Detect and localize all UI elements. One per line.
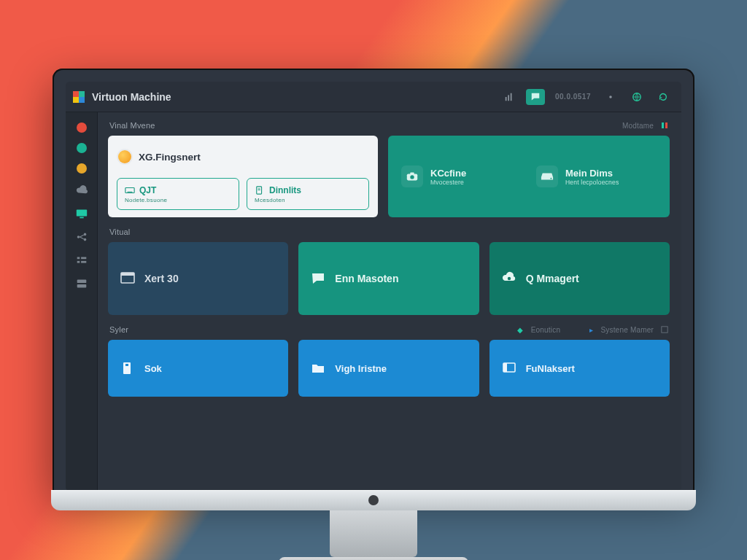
- svg-point-16: [78, 281, 80, 282]
- svg-rect-0: [506, 97, 507, 101]
- monitor-icon[interactable]: [74, 207, 90, 220]
- tile-instance[interactable]: Vigh Iristne: [298, 340, 479, 397]
- section-label: Systene Mamer: [600, 326, 654, 334]
- svg-rect-11: [81, 257, 86, 260]
- main-panel: Vinal Mvene Modtame XG.Fingsnert: [98, 112, 681, 491]
- section-label: Vitual: [109, 228, 131, 236]
- section-header-top: Vinal Mvene Modtame: [109, 121, 668, 130]
- tile-emulation[interactable]: Enn Masoten: [298, 242, 479, 315]
- globe-icon[interactable]: [627, 89, 646, 105]
- svg-point-31: [507, 277, 510, 280]
- status-meter-icon[interactable]: [500, 89, 519, 105]
- tile-label: Q Mmagert: [526, 273, 579, 284]
- svg-rect-21: [128, 191, 133, 192]
- list-icon[interactable]: [74, 254, 90, 267]
- svg-rect-26: [410, 173, 414, 175]
- camera-icon: [401, 166, 423, 187]
- svg-point-9: [83, 238, 86, 241]
- svg-rect-34: [125, 364, 128, 366]
- folder-icon: [310, 360, 326, 376]
- expand-icon[interactable]: [661, 326, 668, 333]
- tile-label: Vigh Iristne: [335, 363, 387, 374]
- section-header-bottom: Syler ◆ Eonuticn ▸ Systene Mamer: [109, 325, 668, 334]
- sun-icon: [118, 150, 131, 163]
- svg-point-7: [77, 236, 80, 238]
- svg-rect-1: [508, 95, 509, 101]
- svg-point-28: [551, 178, 552, 179]
- svg-point-3: [609, 96, 612, 98]
- svg-rect-23: [258, 188, 260, 189]
- apple-logo-icon: [368, 495, 379, 505]
- gear-cloud-icon: [501, 271, 517, 287]
- tile-label: Xert 30: [144, 273, 179, 284]
- sidebar-rail: [66, 112, 98, 491]
- chat-icon[interactable]: [526, 89, 545, 105]
- svg-rect-5: [76, 210, 86, 217]
- keyboard-icon: [125, 186, 135, 195]
- status-title: KCcfine: [430, 168, 466, 179]
- monitor-chin: [51, 490, 696, 510]
- svg-rect-18: [662, 122, 664, 128]
- status-title: Mein Dims: [565, 168, 619, 179]
- tile-label: Enn Masoten: [335, 273, 398, 284]
- status-item-machine[interactable]: KCcfine Mvocestere: [401, 166, 522, 187]
- cloud-icon[interactable]: [74, 184, 90, 197]
- svg-rect-10: [77, 257, 80, 260]
- chip-sub: Mcesdoten: [255, 197, 361, 203]
- chip-label: QJT: [139, 185, 156, 195]
- monitor-frame: Virtuon Machine 00.0.0517: [53, 69, 694, 491]
- doc-icon: [255, 186, 265, 195]
- svg-rect-12: [77, 261, 80, 263]
- status-item-drives[interactable]: Mein Dims Hent lecpoloecnes: [536, 166, 657, 187]
- sidebar-dot-yellow[interactable]: [77, 163, 87, 174]
- version-label: 00.0.0517: [552, 89, 594, 105]
- svg-rect-13: [81, 261, 86, 263]
- card-title: XG.Fingsnert: [139, 152, 201, 163]
- chip-sub: Nodete.bsuone: [125, 197, 231, 203]
- title-bar: Virtuon Machine 00.0.0517: [66, 82, 681, 112]
- drive-icon: [536, 166, 558, 187]
- section-header-mid: Vitual: [109, 228, 668, 236]
- refresh-icon[interactable]: [654, 89, 673, 105]
- share-icon[interactable]: [74, 230, 90, 244]
- app-window: Virtuon Machine 00.0.0517: [66, 82, 681, 491]
- svg-rect-30: [121, 273, 134, 276]
- tile-label: FuNlaksert: [526, 363, 575, 374]
- chat-icon: [310, 271, 326, 287]
- svg-rect-6: [80, 217, 83, 219]
- sidebar-dot-red[interactable]: [77, 122, 87, 133]
- svg-rect-36: [503, 363, 507, 372]
- svg-rect-24: [258, 190, 260, 190]
- chip-documents[interactable]: Dinnlits Mcesdoten: [247, 178, 369, 210]
- chip-output[interactable]: QJT Nodete.bsuone: [117, 178, 239, 210]
- card-management[interactable]: XG.Fingsnert QJT Nodete.bsuone: [108, 136, 378, 217]
- chip-label: Dinnlits: [269, 185, 301, 195]
- server-icon[interactable]: [74, 277, 90, 290]
- card-status[interactable]: KCcfine Mvocestere Mein Dims Hent lecpol…: [388, 136, 670, 217]
- disk-icon: [120, 360, 136, 376]
- app-title: Virtuon Machine: [92, 91, 171, 103]
- svg-rect-2: [511, 93, 512, 101]
- status-sub: Mvocestere: [430, 179, 466, 186]
- monitor-stand: [330, 510, 417, 557]
- section-label: Syler: [109, 325, 128, 334]
- tile-network[interactable]: FuNlaksert: [489, 340, 670, 397]
- tile-sok[interactable]: Sok: [108, 340, 288, 397]
- tile-xert[interactable]: Xert 30: [108, 242, 288, 315]
- monitor-foot: [279, 557, 468, 560]
- tag-icon: ◆: [517, 326, 523, 334]
- flag-icon: ▸: [589, 326, 593, 334]
- section-label: Eonuticn: [531, 326, 561, 334]
- section-label: Modtame: [622, 122, 654, 130]
- app-logo-icon: [73, 91, 85, 103]
- window-icon: [120, 271, 136, 287]
- pin-icon[interactable]: [601, 89, 620, 105]
- status-sub: Hent lecpoloecnes: [565, 179, 619, 186]
- svg-rect-19: [665, 122, 667, 128]
- section-label: Vinal Mvene: [109, 121, 155, 130]
- indicator-icon: [661, 122, 668, 129]
- tile-management[interactable]: Q Mmagert: [489, 242, 670, 315]
- svg-point-27: [410, 175, 414, 179]
- sidebar-dot-teal[interactable]: [77, 143, 87, 153]
- svg-rect-32: [662, 327, 667, 332]
